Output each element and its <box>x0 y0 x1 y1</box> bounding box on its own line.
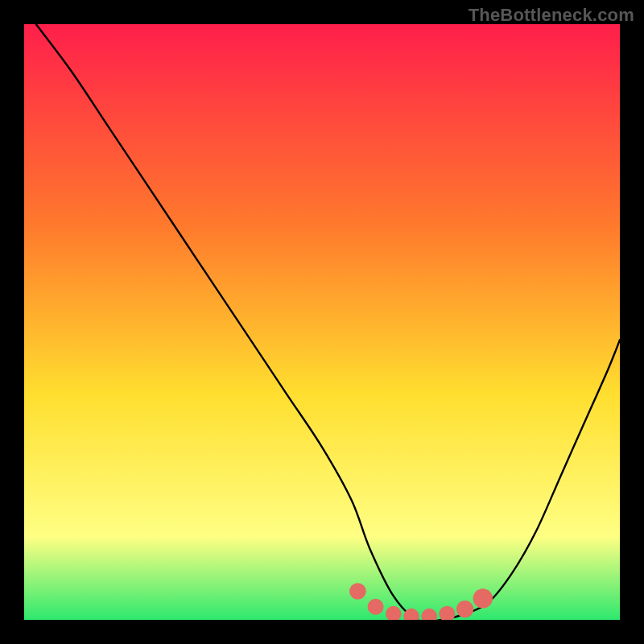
plot-area <box>24 24 620 620</box>
highlight-marker <box>349 583 366 600</box>
highlight-marker <box>456 601 473 617</box>
highlight-marker <box>368 599 384 615</box>
chart-svg <box>24 24 620 620</box>
highlight-marker <box>473 588 493 608</box>
chart-frame: TheBottleneck.com <box>0 0 644 644</box>
attribution-text: TheBottleneck.com <box>469 5 634 26</box>
gradient-background <box>24 24 620 620</box>
